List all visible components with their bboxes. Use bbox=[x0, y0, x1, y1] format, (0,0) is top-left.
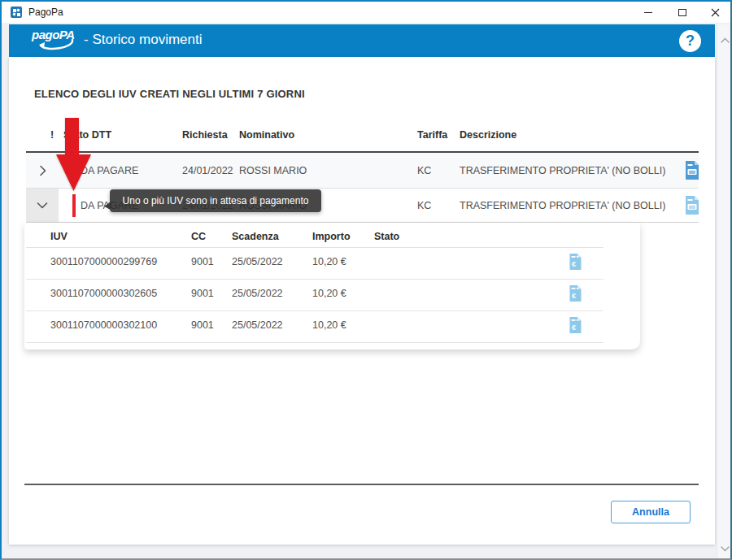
chevron-down-icon bbox=[721, 546, 730, 552]
list-heading: ELENCO DEGLI IUV CREATI NEGLI ULTIMI 7 G… bbox=[34, 88, 305, 100]
pagopa-logo-swoosh-icon bbox=[35, 38, 79, 53]
col-header-tariffa: Tariffa bbox=[417, 129, 447, 141]
scroll-up-button[interactable] bbox=[717, 33, 732, 47]
page-title: - Storico movimenti bbox=[84, 32, 202, 48]
iuv-row3-iuv: 3001107000000302100 bbox=[50, 319, 157, 331]
title-bar: PagoPa bbox=[2, 2, 730, 23]
pagopa-logo: pagoPA bbox=[32, 28, 82, 54]
row2-tariffa: KC bbox=[417, 200, 431, 211]
svg-text:€: € bbox=[572, 323, 576, 332]
svg-text:€: € bbox=[572, 260, 576, 268]
close-icon bbox=[711, 8, 720, 17]
iuv-row3-importo: 10,20 € bbox=[312, 319, 346, 331]
row1-nominativo: ROSSI MARIO bbox=[239, 165, 307, 176]
window-title: PagoPa bbox=[28, 7, 63, 18]
tooltip-tail bbox=[104, 202, 111, 210]
iuv-row2-iuv: 3001107000000302605 bbox=[50, 288, 157, 299]
iuv-row2-importo: 10,20 € bbox=[312, 288, 346, 299]
row1-richiesta: 24/01/2022 bbox=[182, 165, 233, 176]
document-icon[interactable] bbox=[684, 195, 700, 215]
app-header: pagoPA - Storico movimenti ? bbox=[9, 24, 715, 57]
row1-tariffa: KC bbox=[417, 165, 431, 176]
subcol-header-importo: Importo bbox=[312, 231, 351, 242]
red-arrow-annotation-icon bbox=[54, 118, 94, 193]
subtable-separator bbox=[26, 310, 603, 311]
minimize-button[interactable] bbox=[634, 2, 662, 23]
pending-payment-indicator bbox=[72, 194, 76, 217]
annulla-button-label: Annulla bbox=[632, 506, 669, 518]
close-button[interactable] bbox=[701, 2, 729, 23]
iuv-row1-cc: 9001 bbox=[191, 256, 214, 267]
subcol-header-stato: Stato bbox=[374, 231, 399, 242]
iuv-row3-cc: 9001 bbox=[191, 319, 214, 331]
row1-descrizione: TRASFERIMENTO PROPRIETA' (NO BOLLI) bbox=[460, 165, 665, 176]
col-header-descrizione: Descrizione bbox=[460, 129, 516, 141]
app-window: PagoPa pagoPA - Storico movimenti ? ELEN… bbox=[0, 0, 732, 560]
col-header-nominativo: Nominativo bbox=[239, 129, 294, 141]
subtable-separator bbox=[26, 247, 603, 248]
annulla-button[interactable]: Annulla bbox=[611, 501, 691, 523]
collapse-row-button[interactable] bbox=[26, 189, 59, 222]
pending-iuv-tooltip: Uno o più IUV sono in attesa di pagament… bbox=[110, 189, 321, 212]
subcol-header-cc: CC bbox=[191, 231, 206, 242]
minimize-icon bbox=[644, 12, 652, 13]
row2-descrizione: TRASFERIMENTO PROPRIETA' (NO BOLLI) bbox=[460, 200, 665, 211]
maximize-button[interactable] bbox=[669, 2, 696, 23]
document-icon[interactable] bbox=[684, 160, 700, 180]
maximize-icon bbox=[678, 9, 686, 16]
chevron-up-icon bbox=[721, 37, 730, 43]
subtable-separator bbox=[26, 279, 603, 280]
iuv-row3-scadenza: 25/05/2022 bbox=[232, 319, 283, 331]
scroll-down-button[interactable] bbox=[717, 541, 732, 556]
chevron-right-icon bbox=[39, 165, 46, 176]
col-header-richiesta: Richiesta bbox=[182, 129, 228, 141]
iuv-row1-iuv: 3001107000000299769 bbox=[50, 256, 157, 267]
question-mark-icon: ? bbox=[686, 33, 695, 50]
subcol-header-scadenza: Scadenza bbox=[232, 231, 279, 242]
iuv-row2-cc: 9001 bbox=[191, 288, 214, 299]
footer-rule bbox=[24, 484, 699, 485]
iuv-row1-importo: 10,20 € bbox=[312, 256, 346, 267]
app-icon bbox=[11, 7, 22, 18]
payment-receipt-icon[interactable]: € bbox=[569, 316, 582, 334]
subtable-separator bbox=[26, 342, 603, 343]
subcol-header-iuv: IUV bbox=[50, 231, 68, 242]
svg-text:€: € bbox=[572, 292, 576, 300]
vertical-scrollbar[interactable] bbox=[717, 24, 731, 558]
help-button[interactable]: ? bbox=[679, 30, 701, 52]
payment-receipt-icon[interactable]: € bbox=[569, 253, 582, 271]
iuv-row2-scadenza: 25/05/2022 bbox=[232, 288, 283, 299]
chevron-down-icon bbox=[37, 202, 48, 209]
tooltip-text: Uno o più IUV sono in attesa di pagament… bbox=[123, 195, 309, 206]
iuv-row1-scadenza: 25/05/2022 bbox=[232, 256, 283, 267]
payment-receipt-icon[interactable]: € bbox=[569, 284, 582, 302]
